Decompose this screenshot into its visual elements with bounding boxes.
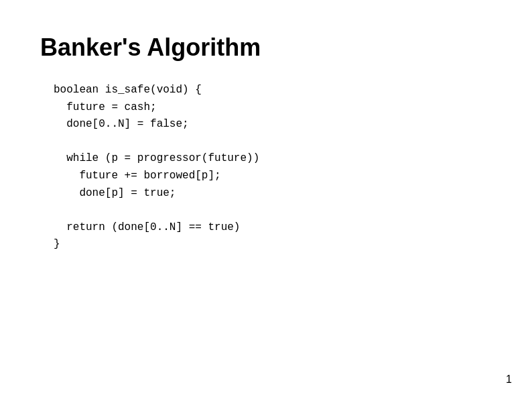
code-line-5: while (p = progressor(future)) bbox=[54, 152, 259, 164]
page-number: 1 bbox=[506, 374, 512, 386]
code-line-1: boolean is_safe(void) { bbox=[54, 84, 202, 96]
slide: Banker's Algorithm boolean is_safe(void)… bbox=[0, 0, 532, 399]
code-line-10: } bbox=[54, 238, 60, 250]
code-line-7: done[p] = true; bbox=[54, 187, 176, 199]
code-line-9: return (done[0..N] == true) bbox=[54, 221, 240, 233]
code-line-6: future += borrowed[p]; bbox=[54, 170, 221, 182]
code-line-3: done[0..N] = false; bbox=[54, 118, 189, 130]
code-block: boolean is_safe(void) { future = cash; d… bbox=[54, 82, 492, 253]
code-line-2: future = cash; bbox=[54, 101, 157, 113]
slide-title: Banker's Algorithm bbox=[40, 34, 492, 62]
